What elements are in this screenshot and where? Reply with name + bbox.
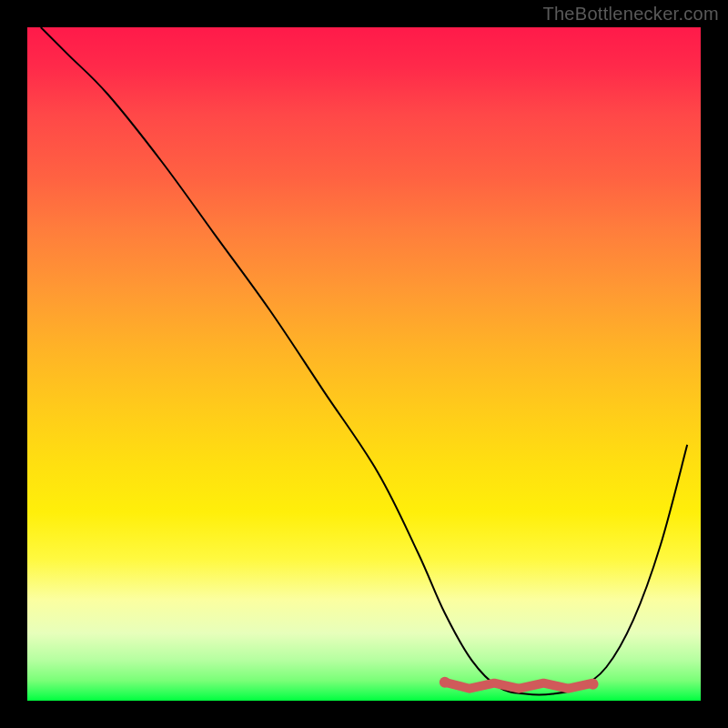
chart-plot-area (27, 27, 701, 701)
optimal-marker-dot-right (588, 679, 599, 690)
bottleneck-curve (41, 27, 687, 695)
watermark-text: TheBottlenecker.com (542, 4, 719, 25)
chart-svg (27, 27, 701, 701)
optimal-region-marker (445, 682, 593, 689)
optimal-marker-dot-left (440, 677, 450, 688)
